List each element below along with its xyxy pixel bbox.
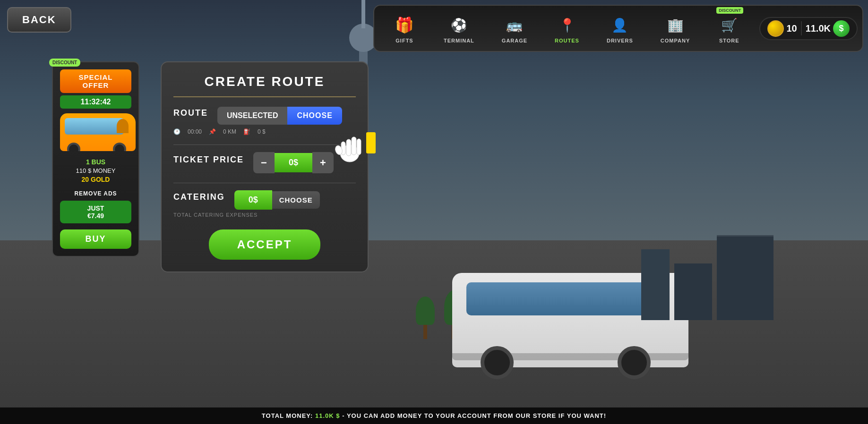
bus-image-window (65, 118, 124, 135)
tree-trunk-1 (423, 325, 427, 339)
terminal-icon: ⚽ (447, 13, 471, 37)
divider-1 (173, 144, 356, 145)
company-icon: 🏢 (663, 13, 687, 37)
nav-label-store: STORE (719, 38, 739, 43)
catering-label: CATERING (173, 192, 225, 202)
buy-button[interactable]: BUY (60, 229, 131, 249)
currency-divider (801, 21, 802, 35)
divider-2 (173, 183, 356, 183)
price-decrement-button[interactable]: − (253, 152, 275, 173)
price-increment-button[interactable]: + (312, 152, 334, 173)
remove-ads-label: REMOVE ADS (60, 190, 131, 197)
route-choose-button[interactable]: CHOOSE (287, 107, 342, 125)
garage-icon: 🚌 (503, 13, 526, 37)
route-unselected-text: UNSELECTED (217, 107, 287, 125)
nav-item-company[interactable]: 🏢 COMPANY (656, 11, 695, 46)
back-button[interactable]: BACK (7, 7, 71, 33)
coin-icon (767, 20, 784, 37)
gift-icon: 🎁 (393, 13, 416, 37)
dialog-title: CREATE ROUTE (173, 74, 356, 97)
offer-money: 110 $ MONEY (60, 167, 131, 174)
nav-label-gifts: GIFTS (395, 38, 413, 43)
tower-tip (361, 0, 365, 28)
route-selector: UNSELECTED CHOOSE (217, 107, 342, 125)
offer-bus-image (60, 113, 136, 151)
routes-icon: 📍 (555, 13, 579, 37)
coin-count: 10 (767, 20, 797, 37)
route-fuel: 0 $ (258, 128, 266, 135)
offer-price-label: JUST (87, 204, 104, 212)
top-navigation: 🎁 GIFTS ⚽ TERMINAL 🚌 GARAGE 📍 ROUTES 👤 D… (373, 5, 863, 52)
ticket-price-value: 0$ (275, 153, 312, 172)
catering-value: 0$ (234, 190, 272, 210)
route-label: ROUTE (173, 108, 208, 118)
bus-driver-figure (117, 119, 129, 133)
nav-item-routes[interactable]: 📍 ROUTES (550, 11, 584, 46)
accept-button[interactable]: ACCEPT (209, 229, 321, 260)
route-distance: 0 KM (223, 128, 236, 135)
route-time: 00:00 (188, 128, 202, 135)
building-1 (717, 235, 773, 320)
route-pin-icon: 📌 (209, 128, 216, 135)
left-discount-badge: DISCOUNT (49, 59, 80, 67)
catering-sublabel: TOTAL CATERING EXPENSES (173, 212, 356, 218)
total-money-suffix: - YOU CAN ADD MONEY TO YOUR ACCOUNT FROM… (342, 412, 606, 419)
route-time-icon: 🕐 (173, 128, 180, 135)
catering-section: CATERING 0$ CHOOSE TOTAL CATERING EXPENS… (173, 190, 356, 218)
ticket-price-label: TICKET PRICE (173, 155, 244, 165)
offer-price-box: JUST €7.49 (60, 201, 131, 223)
currency-container: 10 11.0K $ (759, 17, 858, 40)
route-fuel-icon: ⛽ (243, 128, 250, 135)
total-money-label: TOTAL MONEY: (262, 412, 313, 419)
bus-window (466, 282, 660, 315)
nav-label-company: COMPANY (661, 38, 690, 43)
nav-item-garage[interactable]: 🚌 GARAGE (497, 11, 532, 46)
nav-label-garage: GARAGE (502, 38, 527, 43)
bus-wheel-left (481, 346, 514, 379)
dollar-icon: $ (833, 20, 850, 37)
nav-item-gifts[interactable]: 🎁 GIFTS (388, 11, 421, 46)
nav-label-drivers: DRIVERS (607, 38, 633, 43)
nav-item-terminal[interactable]: ⚽ TERMINAL (439, 11, 479, 46)
special-offer-panel: DISCOUNT SPECIAL OFFER 11:32:42 1 BUS 11… (52, 61, 139, 257)
tree-1 (416, 297, 435, 339)
tree-top-1 (416, 297, 435, 325)
nav-label-routes: ROUTES (555, 38, 579, 43)
bottom-bar-text: TOTAL MONEY: 11.0K $ - YOU CAN ADD MONEY… (262, 412, 606, 419)
money-display: 11.0K $ (806, 20, 850, 37)
route-info: 🕐 00:00 📌 0 KM ⛽ 0 $ (173, 128, 356, 135)
nav-items-container: 🎁 GIFTS ⚽ TERMINAL 🚌 GARAGE 📍 ROUTES 👤 D… (379, 11, 755, 46)
route-section: ROUTE UNSELECTED CHOOSE 🕐 00:00 📌 0 KM ⛽… (173, 107, 356, 135)
offer-price-value: €7.49 (87, 212, 104, 220)
coin-value: 10 (786, 23, 797, 34)
total-money-amount: 11.0K $ (315, 412, 340, 419)
yellow-accent-button (366, 132, 376, 153)
offer-gold: 20 GOLD (60, 176, 131, 183)
ticket-price-section: TICKET PRICE − 0$ + (173, 152, 356, 173)
special-offer-badge: SPECIAL OFFER (60, 69, 131, 93)
bus-image-wheel-left (67, 143, 80, 151)
offer-timer: 11:32:42 (60, 95, 131, 109)
drivers-icon: 👤 (608, 13, 632, 37)
offer-stats: 1 BUS 110 $ MONEY 20 GOLD (60, 158, 131, 183)
store-discount-badge: DISCOUNT (716, 7, 743, 14)
store-icon: 🛒 (717, 13, 741, 37)
building-3 (641, 249, 670, 320)
bus-image-wheel-right (113, 143, 126, 151)
building-2 (674, 263, 712, 320)
create-route-dialog: CREATE ROUTE ROUTE UNSELECTED CHOOSE 🕐 0… (161, 61, 369, 272)
bottom-status-bar: TOTAL MONEY: 11.0K $ - YOU CAN ADD MONEY… (0, 407, 868, 424)
offer-bus-count: 1 BUS (60, 158, 131, 166)
nav-item-drivers[interactable]: 👤 DRIVERS (602, 11, 638, 46)
price-control: − 0$ + (253, 152, 334, 173)
catering-control: 0$ CHOOSE (234, 190, 320, 210)
bus-wheel-right (618, 346, 651, 379)
nav-item-store[interactable]: DISCOUNT 🛒 STORE (713, 11, 746, 46)
back-button-label: BACK (22, 14, 56, 25)
nav-label-terminal: TERMINAL (444, 38, 474, 43)
money-amount: 11.0K (806, 23, 831, 34)
catering-choose-button[interactable]: CHOOSE (272, 191, 320, 209)
